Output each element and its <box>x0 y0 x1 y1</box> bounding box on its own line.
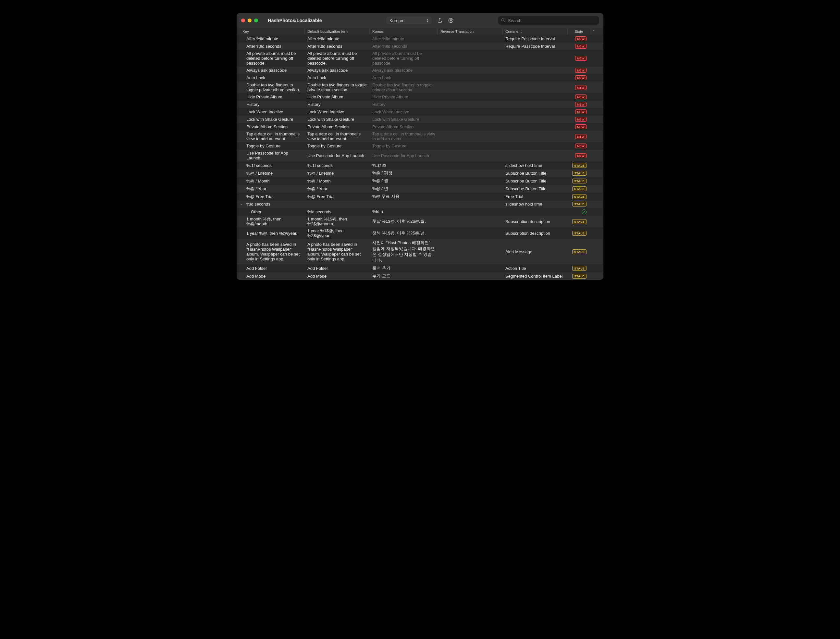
cell-korean[interactable]: %.1f 초 <box>370 162 438 168</box>
table-row[interactable]: 1 month %@, then %@/month.1 month %1$@, … <box>237 216 603 227</box>
toolbar-center: Korean ▴▾ <box>386 17 454 24</box>
table-row[interactable]: %@ / Year%@ / Year%@ / 년Subscribe Button… <box>237 185 603 192</box>
cell-state: NEW <box>568 94 597 99</box>
export-icon[interactable] <box>437 17 443 23</box>
table-row[interactable]: %@ / Month%@ / Month%@ / 월Subscribe Butt… <box>237 177 603 185</box>
table-row[interactable]: Use Passcode for App LaunchUse Passcode … <box>237 150 603 161</box>
state-badge-stale: STALE <box>572 163 586 168</box>
search-input[interactable] <box>498 16 599 25</box>
table-row[interactable]: Toggle by GestureToggle by GestureToggle… <box>237 142 603 150</box>
cell-comment: Free Trial <box>503 194 568 199</box>
col-default[interactable]: Default Localization (en) <box>305 28 370 35</box>
close-button[interactable] <box>241 19 245 22</box>
cell-key: ⌄%ld seconds <box>237 202 305 207</box>
col-comment[interactable]: Comment <box>503 28 568 35</box>
cell-korean[interactable]: Always ask passcode <box>370 68 438 73</box>
cell-korean[interactable]: After %lld seconds <box>370 44 438 49</box>
cell-korean[interactable]: 첫달 %1$@, 이후 %2$@/월. <box>370 219 438 224</box>
cell-korean[interactable]: Tap a date cell in thumbnails view to ad… <box>370 132 438 141</box>
cell-korean[interactable]: Lock with Shake Gesture <box>370 117 438 122</box>
table-row[interactable]: Lock When InactiveLock When InactiveLock… <box>237 108 603 116</box>
cell-korean[interactable]: 추가 모드 <box>370 273 438 279</box>
state-badge-new: NEW <box>575 110 586 114</box>
cell-korean[interactable]: Double tap two fingers to toggle private… <box>370 83 438 92</box>
col-key[interactable]: Key <box>237 28 305 35</box>
table-row[interactable]: Private Album SectionPrivate Album Secti… <box>237 123 603 130</box>
cell-comment: Subscription description <box>503 231 568 236</box>
cell-korean[interactable]: %@ 무료 사용 <box>370 194 438 199</box>
cell-korean[interactable]: Auto Lock <box>370 75 438 80</box>
cell-korean[interactable]: After %lld minute <box>370 37 438 41</box>
cell-comment: Require Passcode Interval <box>503 44 568 49</box>
cell-korean[interactable]: Private Album Section <box>370 124 438 129</box>
cell-korean[interactable]: All private albums must be deleted befor… <box>370 51 438 65</box>
cell-default: %ld seconds <box>305 210 370 214</box>
cell-default: Private Album Section <box>305 124 370 129</box>
table-row[interactable]: Add FolderAdd Folder폴더 추가Action TitleSTA… <box>237 264 603 272</box>
col-reverse[interactable]: Reverse Translation <box>438 28 503 35</box>
table-row[interactable]: After %lld minuteAfter %lld minuteAfter … <box>237 35 603 43</box>
table-row[interactable]: %@ Free Trial%@ Free Trial%@ 무료 사용Free T… <box>237 192 603 200</box>
table-row[interactable]: 1 year %@, then %@/year.1 year %1$@, the… <box>237 227 603 239</box>
cell-korean[interactable]: 폴더 추가 <box>370 265 438 271</box>
table-row[interactable]: All private albums must be deleted befor… <box>237 50 603 67</box>
cell-comment: Segmented Control Item Label <box>503 274 568 278</box>
table-row[interactable]: %@ / Lifetime%@ / Lifetime%@ / 평생Subscri… <box>237 169 603 177</box>
cell-korean[interactable]: %@ / 평생 <box>370 170 438 176</box>
table-row[interactable]: Double tap two fingers to toggle private… <box>237 81 603 93</box>
cell-key: Always ask passcode <box>237 68 305 73</box>
table-row[interactable]: Auto LockAuto LockAuto LockNEW <box>237 74 603 81</box>
table-row[interactable]: ⌄%ld secondsslideshow hold timeSTALE <box>237 200 603 208</box>
table-row[interactable]: %.1f seconds%.1f seconds%.1f 초slideshow … <box>237 161 603 169</box>
col-state[interactable]: State <box>568 28 591 35</box>
cell-korean[interactable]: %@ / 월 <box>370 178 438 184</box>
cell-state: STALE <box>568 250 597 254</box>
table-row[interactable]: A photo has been saved in "HashPhotos Wa… <box>237 239 603 264</box>
table-row[interactable]: Lock with Shake GestureLock with Shake G… <box>237 116 603 123</box>
cell-state: NEW <box>568 153 597 158</box>
state-badge-new: NEW <box>575 134 586 139</box>
state-badge-new: NEW <box>575 102 586 107</box>
table-row[interactable]: Tap a date cell in thumbnails view to ad… <box>237 130 603 142</box>
state-badge-stale: STALE <box>572 202 586 207</box>
state-badge-new: NEW <box>575 75 586 80</box>
col-korean[interactable]: Korean <box>370 28 438 35</box>
table-row[interactable]: Add ModeAdd Mode추가 모드Segmented Control I… <box>237 272 603 280</box>
cell-state: STALE <box>568 179 597 183</box>
state-badge-stale: STALE <box>572 250 586 254</box>
disclosure-icon[interactable]: ⌄ <box>240 202 243 206</box>
cell-korean[interactable]: History <box>370 102 438 107</box>
cell-key: After %lld minute <box>237 37 305 41</box>
cell-key: After %lld seconds <box>237 44 305 49</box>
cell-default: Add Folder <box>305 266 370 271</box>
cell-korean[interactable]: 사진이 "HashPhotos 배경화면" 앨범에 저장되었습니다. 배경화면은… <box>370 240 438 263</box>
cell-korean[interactable]: Toggle by Gesture <box>370 143 438 148</box>
zoom-button[interactable] <box>254 19 258 22</box>
cell-state: NEW <box>568 134 597 139</box>
col-sort-indicator[interactable]: ⌃ <box>591 28 597 35</box>
cell-key: All private albums must be deleted befor… <box>237 51 305 65</box>
table-row[interactable]: Other%ld seconds%ld 초✓ <box>237 208 603 216</box>
language-select[interactable]: Korean ▴▾ <box>386 17 432 24</box>
cell-korean[interactable]: %@ / 년 <box>370 186 438 192</box>
filter-icon[interactable] <box>448 17 454 23</box>
cell-korean[interactable]: Use Passcode for App Launch <box>370 153 438 158</box>
table-row[interactable]: HistoryHistoryHistoryNEW <box>237 101 603 108</box>
cell-korean[interactable]: Lock When Inactive <box>370 110 438 114</box>
minimize-button[interactable] <box>248 19 252 22</box>
cell-state: NEW <box>568 102 597 107</box>
table-row[interactable]: After %lld secondsAfter %lld secondsAfte… <box>237 43 603 50</box>
table-row[interactable]: Always ask passcodeAlways ask passcodeAl… <box>237 67 603 74</box>
table-body: After %lld minuteAfter %lld minuteAfter … <box>237 35 603 280</box>
cell-korean[interactable]: Hide Private Album <box>370 94 438 99</box>
cell-korean[interactable]: %ld 초 <box>370 209 438 215</box>
cell-default: Lock When Inactive <box>305 110 370 114</box>
cell-state: NEW <box>568 124 597 129</box>
cell-state: NEW <box>568 110 597 114</box>
table-row[interactable]: Hide Private AlbumHide Private AlbumHide… <box>237 93 603 101</box>
cell-korean[interactable]: 첫해 %1$@, 이후 %2$@/년. <box>370 230 438 236</box>
cell-key: %@ / Lifetime <box>237 171 305 176</box>
cell-state: NEW <box>568 68 597 73</box>
cell-default: After %lld seconds <box>305 44 370 49</box>
window-title: HashPhotos/Localizable <box>268 18 322 23</box>
